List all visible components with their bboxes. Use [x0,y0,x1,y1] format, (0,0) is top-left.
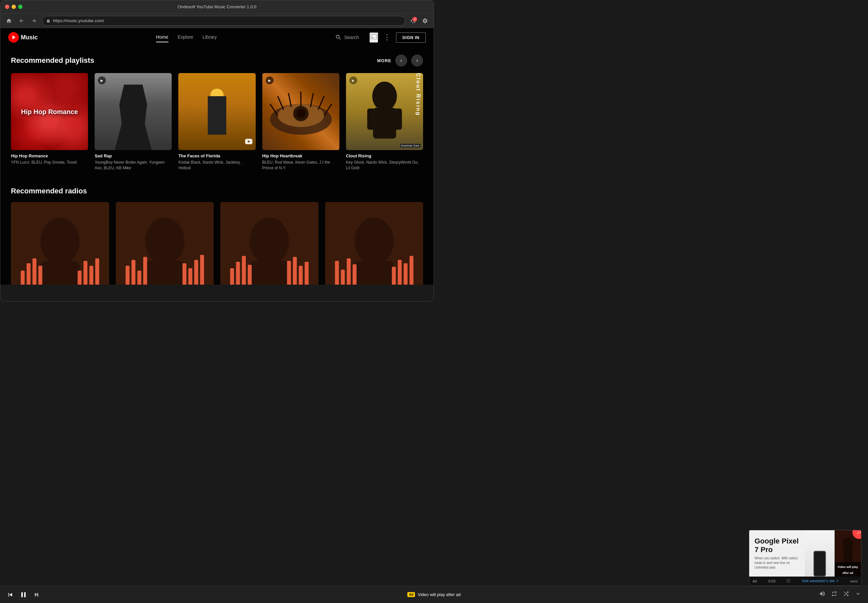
svg-line-5 [277,96,283,110]
search-label: Search [344,35,359,40]
svg-rect-18 [40,261,80,284]
radio-bars-svg-1 [11,202,109,284]
yt-logo-text: Music [21,34,38,41]
central-cee-label: Central Cee [400,144,420,147]
clout-side-title: Clout Rising [415,73,421,150]
sad-rap-silhouette [110,85,157,150]
playlist-card-florida[interactable]: The Faces of Florida Kodak Black, Nardo … [178,73,256,171]
svg-rect-42 [236,262,240,284]
svg-rect-14 [367,108,375,130]
playlist-grid: Hip Hop Romance Hip Hop Romance YFN Lucc… [11,73,423,171]
playlist-cover-florida [178,73,256,150]
sign-in-btn[interactable]: SIGN IN [396,32,426,43]
nav-home[interactable]: Home [156,32,168,42]
playlists-more-btn[interactable]: MORE [377,58,391,63]
nav-library[interactable]: Library [203,32,217,42]
svg-point-3 [296,109,305,118]
svg-rect-22 [39,266,42,284]
playlist-title-hip-hop-romance: Hip Hop Romance [11,153,88,158]
svg-line-8 [310,93,313,107]
yt-music-header: Music Home Explore Library Search ⋮ SIGN… [0,28,434,46]
svg-rect-36 [194,260,198,284]
playlists-section-title: Recommended playlists [11,56,94,65]
url-text: https://music.youtube.com/ [53,18,104,23]
svg-rect-37 [200,255,204,284]
svg-rect-58 [404,263,408,284]
playlist-sub-florida: Kodak Black, Nardo Wick, Jackboy , Hotbo… [178,160,256,171]
window-title: Ondesoft YouTube Music Converter 1.0.0 [178,4,256,9]
radio-cover-2: ▶ [116,202,214,284]
svg-rect-48 [305,262,308,284]
yt-music-logo[interactable]: Music [8,32,38,43]
yt-header-right: ⋮ SIGN IN [369,32,426,43]
svg-rect-34 [182,263,186,284]
svg-rect-24 [83,261,87,284]
svg-rect-52 [335,261,339,284]
svg-rect-41 [230,268,234,284]
svg-rect-54 [347,258,351,284]
home-nav-btn[interactable] [4,16,14,25]
svg-rect-40 [250,261,289,284]
radio-card-4[interactable]: ▶ [325,202,423,284]
playlist-cover-clout: ▶ Clout Rising Central Cee [346,73,423,150]
playlist-card-hip-hop-romance[interactable]: Hip Hop Romance Hip Hop Romance YFN Lucc… [11,73,88,171]
svg-rect-46 [293,257,297,284]
florida-yt-overlay [245,138,253,147]
svg-rect-23 [78,271,82,284]
svg-rect-56 [392,266,395,284]
address-bar[interactable]: https://music.youtube.com/ [42,16,405,26]
playlist-cover-heartbreak: ▶ [262,73,339,150]
yt-search[interactable]: Search [335,34,359,41]
yt-nav: Home Explore Library [48,32,324,42]
forward-nav-btn[interactable] [29,16,39,25]
radio-card-2[interactable]: ▶ [116,202,214,284]
svg-rect-26 [95,258,99,284]
playlist-card-clout[interactable]: ▶ Clout Rising Central Cee Clout Rising … [346,73,423,171]
svg-rect-59 [409,256,413,284]
playlists-prev-btn[interactable]: ‹ [395,54,407,66]
playlist-card-heartbreak[interactable]: ▶ Hip Hop Heartbreak B [262,73,339,171]
settings-btn[interactable] [420,16,430,25]
svg-rect-44 [248,265,252,284]
window-minimize-btn[interactable] [12,5,16,9]
radio-grid: ▶ ▶ [11,202,423,284]
clout-artist-svg [346,73,423,150]
cast-btn[interactable] [369,32,378,43]
nav-explore[interactable]: Explore [178,32,193,42]
window-maximize-btn[interactable] [18,5,23,9]
more-options-btn[interactable]: ⋮ [383,33,391,42]
window-close-btn[interactable] [5,5,9,9]
svg-rect-29 [145,261,184,284]
svg-rect-15 [394,108,402,130]
svg-rect-45 [287,261,291,284]
radio-card-1[interactable]: ▶ [11,202,109,284]
svg-point-50 [354,218,394,264]
playlist-card-sad-rap[interactable]: ▶ Sad Rap YoungBoy Never Broke Again, Yu… [95,73,172,171]
radio-card-3[interactable]: ▶ [220,202,319,284]
history-btn[interactable]: 2 [409,16,418,25]
sad-rap-play-overlay: ▶ [98,76,106,84]
radio-cover-4: ▶ [325,202,423,284]
svg-rect-55 [353,264,356,284]
playlist-title-heartbreak: Hip Hop Heartbreak [262,153,339,158]
playlist-title-clout: Clout Rising [346,153,423,158]
cover-text-overlay: Hip Hop Romance [11,73,88,150]
playlist-sub-sad-rap: YoungBoy Never Broke Again, Yungeen Ace,… [95,160,172,171]
svg-rect-31 [131,260,135,284]
history-badge: 2 [412,17,417,22]
svg-rect-51 [354,261,394,284]
svg-rect-13 [373,108,396,139]
playlist-sub-clout: Key Glock, Nardo Wick, SleazyWorld Go, L… [346,160,423,171]
playlists-section-controls: MORE ‹ › [377,54,423,66]
svg-rect-33 [143,257,147,284]
heartbreak-eye-svg [262,73,339,150]
svg-point-39 [250,218,289,264]
cover-title-text: Hip Hop Romance [21,107,78,116]
svg-point-12 [372,82,397,111]
svg-rect-35 [188,268,192,284]
toolbar-right: 2 [409,16,430,25]
svg-rect-32 [137,271,141,284]
playlists-next-btn[interactable]: › [411,54,423,66]
svg-rect-53 [341,269,345,284]
back-nav-btn[interactable] [17,16,26,25]
